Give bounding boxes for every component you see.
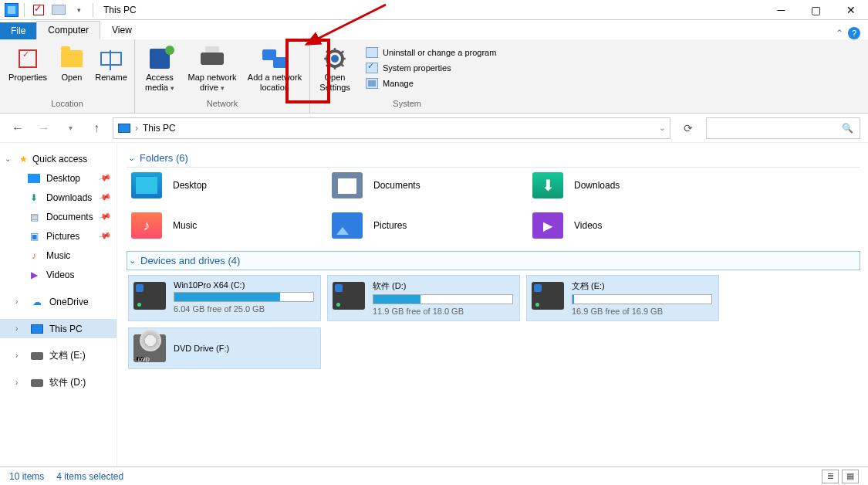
- collapse-ribbon-icon[interactable]: ⌃: [836, 28, 843, 39]
- pin-icon: 📌: [98, 171, 113, 185]
- folder-desktop[interactable]: Desktop: [131, 172, 324, 198]
- folder-label: Desktop: [173, 180, 207, 191]
- tree-desktop[interactable]: Desktop📌: [0, 168, 117, 188]
- tiles-view-button[interactable]: ▦: [842, 470, 859, 483]
- thispc-icon: [31, 324, 43, 334]
- tree-label: Documents: [46, 212, 93, 222]
- drive-free-text: 6.04 GB free of 25.0 GB: [174, 304, 314, 314]
- details-view-button[interactable]: ≣: [822, 470, 839, 483]
- downloads-folder-icon: ⬇: [532, 172, 563, 198]
- group-caption-location: Location: [5, 99, 130, 113]
- uninstall-label: Uninstall or change a program: [383, 48, 496, 57]
- tree-downloads[interactable]: ⬇Downloads📌: [0, 188, 117, 207]
- close-button[interactable]: ✕: [833, 0, 868, 20]
- tree-label: Videos: [46, 270, 74, 280]
- back-button[interactable]: ←: [8, 118, 28, 138]
- qat-properties-button[interactable]: [30, 2, 47, 19]
- properties-button[interactable]: ✓ Properties: [5, 44, 51, 83]
- rename-button[interactable]: Rename: [93, 44, 130, 83]
- tree-videos[interactable]: ▶Videos: [0, 265, 117, 284]
- qat-customize-button[interactable]: ▾: [70, 2, 87, 19]
- folder-label: Downloads: [574, 180, 620, 191]
- folder-music[interactable]: ♪Music: [131, 212, 324, 239]
- tree-label: Downloads: [46, 192, 92, 203]
- drive-dvd[interactable]: DVD Drive (F:): [128, 327, 321, 369]
- refresh-button[interactable]: ⟳: [677, 117, 700, 139]
- tab-view[interactable]: View: [100, 21, 144, 39]
- maximize-button[interactable]: ▢: [799, 0, 833, 20]
- uninstall-program-button[interactable]: Uninstall or change a program: [366, 47, 496, 58]
- navigation-pane: ⌄★ Quick access Desktop📌 ⬇Downloads📌 ▤Do…: [0, 143, 117, 466]
- tree-label: OneDrive: [49, 297, 89, 307]
- gear-icon: [323, 47, 346, 70]
- address-bar[interactable]: › This PC ⌄: [113, 117, 670, 139]
- folder-downloads[interactable]: ⬇Downloads: [532, 172, 725, 198]
- open-settings-button[interactable]: Open Settings: [315, 44, 355, 92]
- pin-icon: 📌: [98, 190, 113, 204]
- thispc-icon: [118, 124, 130, 133]
- tab-computer[interactable]: Computer: [36, 21, 100, 39]
- forward-button[interactable]: →: [34, 118, 54, 138]
- status-selected-count: 4 items selected: [56, 471, 123, 482]
- group-header-folders[interactable]: ⌄Folders (6): [127, 149, 860, 168]
- tree-this-pc[interactable]: ›This PC: [0, 319, 117, 338]
- svg-point-0: [331, 55, 339, 63]
- ribbon-tabs: File Computer View ⌃ ?: [0, 20, 868, 39]
- system-properties-button[interactable]: System properties: [366, 63, 496, 73]
- manage-label: Manage: [383, 79, 414, 88]
- status-item-count: 10 items: [9, 471, 44, 482]
- manage-button[interactable]: Manage: [366, 78, 496, 89]
- minimize-button[interactable]: ─: [764, 0, 799, 20]
- tree-documents[interactable]: ▤Documents📌: [0, 207, 117, 226]
- hdd-icon: [133, 282, 166, 310]
- tree-onedrive[interactable]: ›☁OneDrive: [0, 292, 117, 311]
- drive-d[interactable]: 软件 (D:) 11.9 GB free of 18.0 GB: [327, 275, 520, 321]
- up-button[interactable]: ↑: [86, 118, 106, 138]
- usage-bar: [174, 292, 314, 302]
- tree-label: Desktop: [46, 173, 80, 184]
- group-header-drives[interactable]: ⌄Devices and drives (4): [127, 251, 860, 270]
- ribbon: ✓ Properties Open Rename Location Access…: [0, 39, 868, 114]
- drive-name: 文档 (E:): [572, 280, 712, 292]
- folder-label: Documents: [373, 180, 420, 191]
- tree-quick-access[interactable]: ⌄★ Quick access: [0, 149, 117, 168]
- tree-pictures[interactable]: ▣Pictures📌: [0, 226, 117, 246]
- hdd-icon: [532, 282, 564, 310]
- folder-documents[interactable]: Documents: [332, 172, 525, 198]
- folder-label: Pictures: [373, 220, 407, 231]
- tree-music[interactable]: ♪Music: [0, 246, 117, 265]
- folder-label: Videos: [574, 220, 602, 231]
- address-dropdown-icon[interactable]: ⌄: [659, 124, 665, 132]
- drive-e[interactable]: 文档 (E:) 16.9 GB free of 16.9 GB: [526, 275, 719, 321]
- qat-folder-button[interactable]: [50, 2, 67, 19]
- pin-icon: 📌: [98, 229, 113, 242]
- ribbon-group-network: Access media ▾ Map network drive ▾ Add a…: [135, 39, 310, 113]
- recent-locations-button[interactable]: ▾: [60, 118, 80, 138]
- folder-videos[interactable]: ▶Videos: [532, 212, 725, 239]
- tree-label: 软件 (D:): [49, 376, 86, 389]
- tree-drive-d[interactable]: ›软件 (D:): [0, 373, 117, 392]
- tree-label: Music: [46, 250, 70, 261]
- drive-free-text: 16.9 GB free of 16.9 GB: [572, 307, 712, 316]
- pictures-folder-icon: [332, 212, 363, 239]
- drive-c[interactable]: Win10Pro X64 (C:) 6.04 GB free of 25.0 G…: [128, 275, 321, 321]
- add-network-location-button[interactable]: Add a network location: [245, 44, 305, 92]
- open-button[interactable]: Open: [56, 44, 88, 83]
- tab-file[interactable]: File: [0, 22, 36, 39]
- navigation-bar: ← → ▾ ↑ › This PC ⌄ ⟳ 🔍: [0, 114, 868, 143]
- folder-label: Music: [173, 220, 197, 231]
- sys-props-label: System properties: [383, 63, 451, 73]
- map-network-drive-button[interactable]: Map network drive ▾: [184, 44, 240, 92]
- access-media-label: Access media: [145, 73, 174, 92]
- access-media-button[interactable]: Access media ▾: [140, 44, 180, 92]
- folder-pictures[interactable]: Pictures: [332, 212, 525, 239]
- quick-access-label: Quick access: [32, 154, 87, 164]
- properties-label: Properties: [8, 73, 47, 83]
- address-path: This PC: [143, 123, 176, 134]
- help-button[interactable]: ?: [848, 27, 860, 39]
- group-caption-network: Network: [140, 99, 305, 113]
- drive-name: 软件 (D:): [373, 280, 513, 292]
- drives-header-label: Devices and drives (4): [140, 255, 240, 266]
- tree-drive-e[interactable]: ›文档 (E:): [0, 346, 117, 365]
- search-box[interactable]: 🔍: [706, 117, 860, 139]
